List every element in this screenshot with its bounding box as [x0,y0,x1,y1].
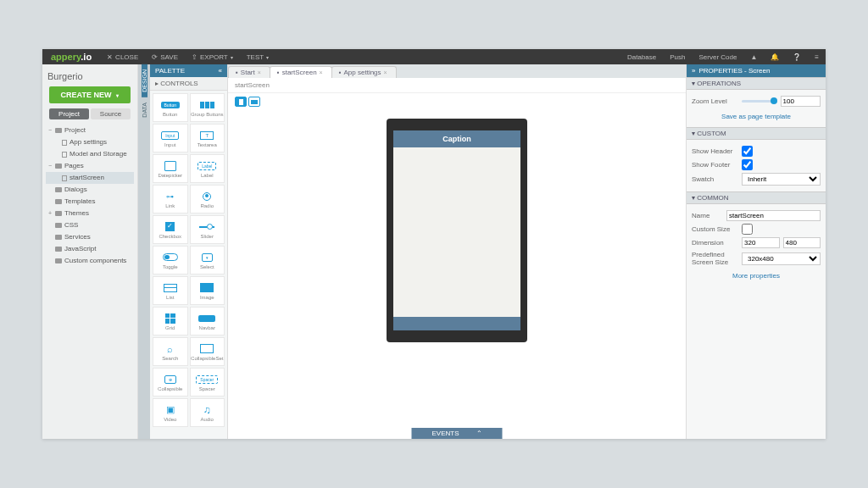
tree-item[interactable]: CSS [46,219,134,231]
tab-project[interactable]: Project [49,108,89,119]
predefined-size-select[interactable]: 320x480 [742,252,821,265]
servercode-link[interactable]: Server Code [692,49,743,64]
dimension-label: Dimension [692,239,738,247]
tree-item[interactable]: Templates [46,196,134,208]
palette-input[interactable]: InputInput [153,124,188,152]
editor-tab[interactable]: ▪Start× [228,66,270,78]
name-input[interactable] [726,210,821,221]
palette-datepicker[interactable]: Datepicker [153,154,188,183]
test-button[interactable]: TEST▾ [240,49,275,64]
properties-panel: »PROPERTIES - Screen ▾ OPERATIONS Zoom L… [686,64,826,439]
palette-search[interactable]: ⌕Search [153,337,188,366]
tree-item[interactable]: Services [46,231,134,243]
zoom-label: Zoom Level [692,97,738,105]
tree-item[interactable]: App settings [46,136,134,148]
palette-toggle[interactable]: Toggle [153,246,188,274]
logo: appery.io [42,52,100,62]
more-properties-link[interactable]: More properties [692,269,821,283]
palette-grid[interactable]: Grid [153,307,188,336]
events-panel-toggle[interactable]: EVENTS⌃ [411,428,502,439]
palette-collapsible[interactable]: ⊕Collapsible [153,368,188,396]
palette-audio[interactable]: ♫Audio [190,398,225,427]
palette-radio[interactable]: Radio [190,185,225,214]
tree-item[interactable]: Model and Storage [46,148,134,160]
dim-height[interactable] [783,237,821,248]
help-icon[interactable]: ❔ [786,49,808,64]
tab-data[interactable]: DATA [142,97,147,123]
properties-header[interactable]: »PROPERTIES - Screen [687,64,826,77]
menu-icon[interactable]: ≡ [808,49,826,64]
canvas: ▪Start×▪startScreen×▪App settings× start… [228,64,686,439]
section-custom[interactable]: ▾ CUSTOM [687,127,826,140]
editor-tabs: ▪Start×▪startScreen×▪App settings× [228,64,686,78]
orientation-landscape[interactable] [248,97,260,107]
editor-tab[interactable]: ▪startScreen× [270,66,332,78]
palette-list[interactable]: List [153,276,188,305]
notif-icon[interactable]: 🔔 [764,49,786,64]
palette-select[interactable]: ▾Select [190,246,225,274]
editor-tab[interactable]: ▪App settings× [331,66,397,78]
tree-item[interactable]: −Pages [46,160,134,172]
page-footer[interactable] [393,317,520,330]
palette-slider[interactable]: Slider [190,215,225,244]
project-panel: Burgerio CREATE NEW▾ Project Source −Pro… [42,64,138,439]
dim-width[interactable] [742,237,780,248]
tree-item[interactable]: Custom components [46,255,134,267]
palette-textarea[interactable]: TTextarea [190,124,225,152]
orientation-portrait[interactable] [235,97,247,107]
zoom-slider[interactable] [742,100,777,103]
palette-checkbox[interactable]: ✓Checkbox [153,215,188,244]
save-button[interactable]: ⟳SAVE [145,49,185,64]
export-button[interactable]: ⇪EXPORT▾ [185,49,240,64]
push-link[interactable]: Push [663,49,692,64]
palette-navbar[interactable]: Navbar [190,307,225,336]
tab-source[interactable]: Source [91,108,131,119]
create-new-button[interactable]: CREATE NEW▾ [49,86,131,103]
show-header-label: Show Header [692,147,738,155]
tree-item[interactable]: +Themes [46,208,134,219]
show-footer-checkbox[interactable] [742,159,753,170]
tree-item[interactable]: Dialogs [46,184,134,196]
show-header-checkbox[interactable] [742,146,753,157]
save-template-link[interactable]: Save as page template [692,109,821,124]
page-caption[interactable]: Caption [393,130,520,147]
section-operations[interactable]: ▾ OPERATIONS [687,77,826,90]
device-frame: Caption [387,119,527,342]
tree-item[interactable]: JavaScript [46,243,134,255]
palette-video[interactable]: ▣Video [153,398,188,427]
swatch-label: Swatch [692,175,738,183]
swatch-select[interactable]: Inherit [742,173,821,186]
predefined-size-label: Predefined Screen Size [692,251,738,266]
device-screen[interactable]: Caption [393,130,520,330]
tree-item[interactable]: −Project [46,125,134,136]
section-common[interactable]: ▾ COMMON [687,191,826,204]
database-link[interactable]: Database [620,49,663,64]
palette-button[interactable]: ButtonButton [153,93,188,122]
palette-label[interactable]: LabelLabel [190,154,225,183]
palette-spacer[interactable]: SpacerSpacer [190,368,225,396]
palette: PALETTE« ▸ CONTROLS ButtonButtonGroup Bu… [150,64,228,439]
zoom-input[interactable] [781,96,821,107]
palette-group-buttons[interactable]: Group Buttons [190,93,225,122]
tab-design[interactable]: DESIGN [142,64,147,97]
project-tree: −ProjectApp settingsModel and Storage−Pa… [46,125,134,267]
user-icon[interactable]: ▲ [743,49,764,64]
show-footer-label: Show Footer [692,161,738,169]
palette-image[interactable]: Image [190,276,225,305]
breadcrumb: startScreen [228,78,686,93]
mode-strip: DESIGN DATA [138,64,150,439]
name-label: Name [692,212,723,219]
palette-collapsibleset[interactable]: CollapsibleSet [190,337,225,366]
custom-size-label: Custom Size [692,225,738,233]
palette-header[interactable]: PALETTE« [150,64,227,77]
close-button[interactable]: ✕CLOSE [100,49,145,64]
palette-link[interactable]: ⊶Link [153,185,188,214]
custom-size-checkbox[interactable] [742,224,753,235]
palette-subheader[interactable]: ▸ CONTROLS [150,77,227,91]
tree-item[interactable]: startScreen [46,172,134,184]
topbar: appery.io ✕CLOSE ⟳SAVE ⇪EXPORT▾ TEST▾ Da… [42,49,826,64]
project-title: Burgerio [46,68,134,86]
